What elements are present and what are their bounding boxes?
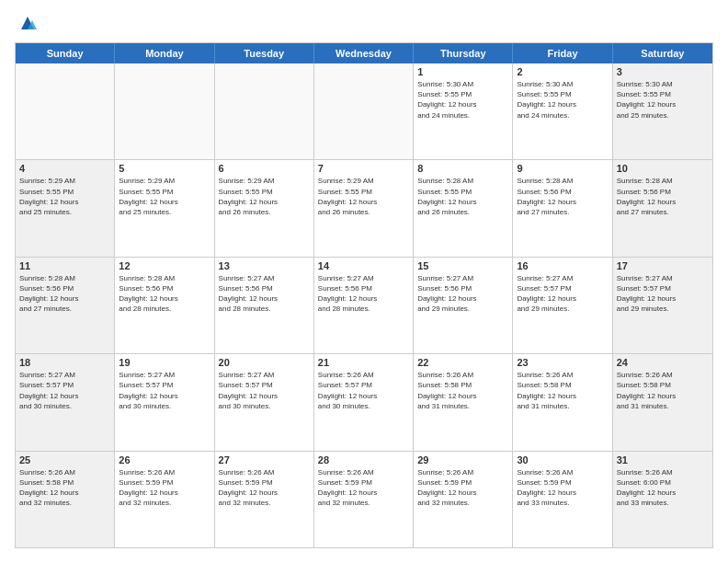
day-number: 30 [517, 454, 608, 465]
day-number: 12 [119, 260, 210, 271]
cell-details: Sunrise: 5:26 AM Sunset: 5:59 PM Dayligh… [219, 467, 310, 509]
cell-details: Sunrise: 5:27 AM Sunset: 5:57 PM Dayligh… [219, 370, 310, 411]
day-number: 20 [219, 357, 310, 368]
calendar-week-row-2: 4Sunrise: 5:29 AM Sunset: 5:55 PM Daylig… [16, 160, 712, 257]
day-number: 17 [617, 260, 709, 271]
page: Sunday Monday Tuesday Wednesday Thursday… [0, 0, 728, 563]
day-number: 5 [119, 163, 210, 174]
day-number: 3 [617, 66, 709, 77]
calendar-cell-day-5: 5Sunrise: 5:29 AM Sunset: 5:55 PM Daylig… [115, 160, 214, 256]
cell-details: Sunrise: 5:29 AM Sunset: 5:55 PM Dayligh… [119, 176, 210, 217]
cell-details: Sunrise: 5:27 AM Sunset: 5:57 PM Dayligh… [517, 273, 608, 315]
cell-details: Sunrise: 5:30 AM Sunset: 5:55 PM Dayligh… [417, 79, 508, 121]
header-tuesday: Tuesday [215, 43, 314, 63]
cell-details: Sunrise: 5:28 AM Sunset: 5:56 PM Dayligh… [517, 176, 608, 217]
day-number: 6 [219, 163, 310, 174]
logo-icon [17, 13, 38, 33]
cell-details: Sunrise: 5:30 AM Sunset: 5:55 PM Dayligh… [517, 79, 608, 121]
cell-details: Sunrise: 5:27 AM Sunset: 5:56 PM Dayligh… [417, 273, 508, 315]
calendar-cell-day-24: 24Sunrise: 5:26 AM Sunset: 5:58 PM Dayli… [613, 354, 712, 450]
calendar-cell-day-11: 11Sunrise: 5:28 AM Sunset: 5:56 PM Dayli… [16, 258, 115, 353]
day-number: 16 [517, 260, 608, 271]
calendar-week-row-4: 18Sunrise: 5:27 AM Sunset: 5:57 PM Dayli… [16, 354, 712, 451]
calendar-cell-day-26: 26Sunrise: 5:26 AM Sunset: 5:59 PM Dayli… [115, 452, 214, 547]
calendar-cell-day-13: 13Sunrise: 5:27 AM Sunset: 5:56 PM Dayli… [215, 258, 314, 353]
calendar-cell-day-30: 30Sunrise: 5:26 AM Sunset: 5:59 PM Dayli… [513, 452, 612, 547]
calendar-cell-day-8: 8Sunrise: 5:28 AM Sunset: 5:55 PM Daylig… [414, 160, 513, 256]
calendar-header-row: Sunday Monday Tuesday Wednesday Thursday… [16, 43, 712, 63]
day-number: 15 [417, 260, 508, 271]
calendar-cell-day-19: 19Sunrise: 5:27 AM Sunset: 5:57 PM Dayli… [115, 354, 214, 450]
cell-details: Sunrise: 5:26 AM Sunset: 5:57 PM Dayligh… [318, 370, 409, 411]
calendar-week-row-5: 25Sunrise: 5:26 AM Sunset: 5:58 PM Dayli… [16, 452, 712, 547]
day-number: 18 [19, 357, 110, 368]
cell-details: Sunrise: 5:26 AM Sunset: 5:58 PM Dayligh… [417, 370, 508, 411]
day-number: 2 [517, 66, 608, 77]
calendar-cell-day-18: 18Sunrise: 5:27 AM Sunset: 5:57 PM Dayli… [16, 354, 115, 450]
logo [15, 15, 38, 33]
cell-details: Sunrise: 5:26 AM Sunset: 5:58 PM Dayligh… [517, 370, 608, 411]
day-number: 23 [517, 357, 608, 368]
cell-details: Sunrise: 5:26 AM Sunset: 5:59 PM Dayligh… [318, 467, 409, 509]
cell-details: Sunrise: 5:27 AM Sunset: 5:56 PM Dayligh… [318, 273, 409, 315]
calendar-cell-day-28: 28Sunrise: 5:26 AM Sunset: 5:59 PM Dayli… [314, 452, 414, 547]
cell-details: Sunrise: 5:29 AM Sunset: 5:55 PM Dayligh… [19, 176, 110, 217]
calendar-cell-day-31: 31Sunrise: 5:26 AM Sunset: 6:00 PM Dayli… [613, 452, 712, 547]
cell-details: Sunrise: 5:27 AM Sunset: 5:56 PM Dayligh… [219, 273, 310, 315]
cell-details: Sunrise: 5:27 AM Sunset: 5:57 PM Dayligh… [617, 273, 709, 315]
day-number: 31 [617, 454, 709, 465]
day-number: 11 [19, 260, 110, 271]
header-thursday: Thursday [414, 43, 513, 63]
cell-details: Sunrise: 5:26 AM Sunset: 6:00 PM Dayligh… [617, 467, 709, 509]
calendar-cell-day-17: 17Sunrise: 5:27 AM Sunset: 5:57 PM Dayli… [613, 258, 712, 353]
cell-details: Sunrise: 5:29 AM Sunset: 5:55 PM Dayligh… [219, 176, 310, 217]
day-number: 19 [119, 357, 210, 368]
calendar: Sunday Monday Tuesday Wednesday Thursday… [15, 42, 713, 548]
calendar-week-row-3: 11Sunrise: 5:28 AM Sunset: 5:56 PM Dayli… [16, 258, 712, 354]
calendar-cell-day-20: 20Sunrise: 5:27 AM Sunset: 5:57 PM Dayli… [215, 354, 314, 450]
day-number: 21 [318, 357, 409, 368]
cell-details: Sunrise: 5:28 AM Sunset: 5:56 PM Dayligh… [19, 273, 110, 315]
day-number: 9 [517, 163, 608, 174]
cell-details: Sunrise: 5:30 AM Sunset: 5:55 PM Dayligh… [617, 79, 709, 121]
calendar-cell-day-4: 4Sunrise: 5:29 AM Sunset: 5:55 PM Daylig… [16, 160, 115, 256]
day-number: 27 [219, 454, 310, 465]
day-number: 24 [617, 357, 709, 368]
cell-details: Sunrise: 5:29 AM Sunset: 5:55 PM Dayligh… [318, 176, 409, 217]
calendar-cell-day-27: 27Sunrise: 5:26 AM Sunset: 5:59 PM Dayli… [215, 452, 314, 547]
day-number: 1 [417, 66, 508, 77]
cell-details: Sunrise: 5:26 AM Sunset: 5:58 PM Dayligh… [617, 370, 709, 411]
header-monday: Monday [115, 43, 214, 63]
calendar-cell-day-22: 22Sunrise: 5:26 AM Sunset: 5:58 PM Dayli… [414, 354, 513, 450]
calendar-cell-empty [16, 63, 115, 159]
day-number: 4 [19, 163, 110, 174]
header-saturday: Saturday [613, 43, 712, 63]
calendar-cell-day-25: 25Sunrise: 5:26 AM Sunset: 5:58 PM Dayli… [16, 452, 115, 547]
header-friday: Friday [513, 43, 612, 63]
day-number: 25 [19, 454, 110, 465]
cell-details: Sunrise: 5:26 AM Sunset: 5:59 PM Dayligh… [119, 467, 210, 509]
header-sunday: Sunday [16, 43, 115, 63]
calendar-cell-day-9: 9Sunrise: 5:28 AM Sunset: 5:56 PM Daylig… [513, 160, 612, 256]
calendar-cell-day-16: 16Sunrise: 5:27 AM Sunset: 5:57 PM Dayli… [513, 258, 612, 353]
day-number: 28 [318, 454, 409, 465]
calendar-week-row-1: 1Sunrise: 5:30 AM Sunset: 5:55 PM Daylig… [16, 63, 712, 160]
header [15, 15, 713, 33]
day-number: 8 [417, 163, 508, 174]
cell-details: Sunrise: 5:27 AM Sunset: 5:57 PM Dayligh… [119, 370, 210, 411]
cell-details: Sunrise: 5:27 AM Sunset: 5:57 PM Dayligh… [19, 370, 110, 411]
calendar-cell-day-6: 6Sunrise: 5:29 AM Sunset: 5:55 PM Daylig… [215, 160, 314, 256]
day-number: 26 [119, 454, 210, 465]
calendar-cell-day-10: 10Sunrise: 5:28 AM Sunset: 5:56 PM Dayli… [613, 160, 712, 256]
cell-details: Sunrise: 5:26 AM Sunset: 5:59 PM Dayligh… [417, 467, 508, 509]
cell-details: Sunrise: 5:28 AM Sunset: 5:56 PM Dayligh… [617, 176, 709, 217]
calendar-cell-day-15: 15Sunrise: 5:27 AM Sunset: 5:56 PM Dayli… [414, 258, 513, 353]
cell-details: Sunrise: 5:26 AM Sunset: 5:58 PM Dayligh… [19, 467, 110, 509]
day-number: 10 [617, 163, 709, 174]
day-number: 7 [318, 163, 409, 174]
calendar-cell-day-12: 12Sunrise: 5:28 AM Sunset: 5:56 PM Dayli… [115, 258, 214, 353]
day-number: 29 [417, 454, 508, 465]
calendar-body: 1Sunrise: 5:30 AM Sunset: 5:55 PM Daylig… [16, 63, 712, 547]
cell-details: Sunrise: 5:28 AM Sunset: 5:56 PM Dayligh… [119, 273, 210, 315]
calendar-cell-empty [215, 63, 314, 159]
